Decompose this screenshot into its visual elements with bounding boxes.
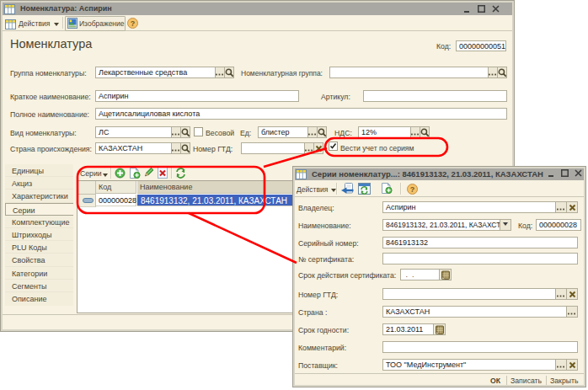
svg-text:?: ? xyxy=(410,185,415,194)
svg-text:?: ? xyxy=(131,19,136,28)
